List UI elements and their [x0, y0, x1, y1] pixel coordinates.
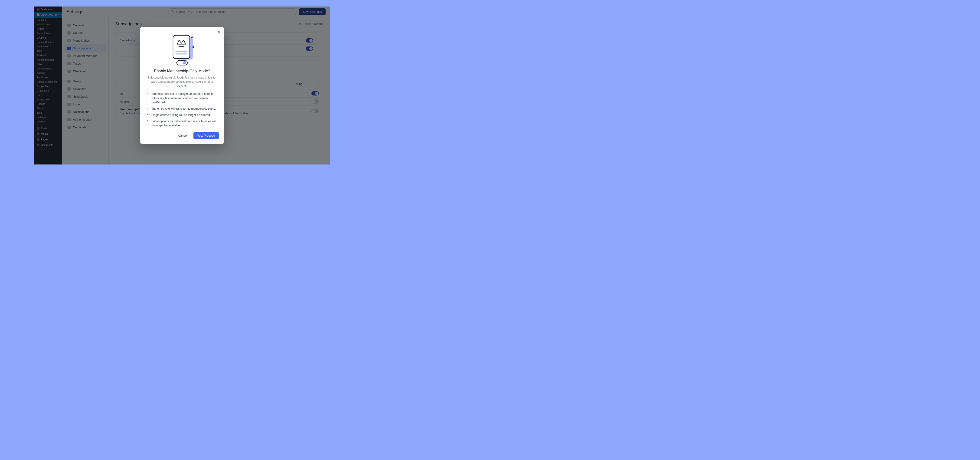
svg-point-10 [183, 61, 186, 64]
check-icon: ✓ [146, 92, 149, 95]
modal-list-text: Subscriptions for individual courses or … [151, 119, 218, 128]
modal-cancel-button[interactable]: Cancel [174, 132, 191, 139]
cross-icon: ✕ [146, 119, 149, 123]
modal-actions: Cancel Yes, Proceed [145, 132, 219, 139]
cross-icon: ✕ [146, 113, 149, 116]
modal-list-item: ✕Single course pricing will no longer be… [146, 113, 218, 117]
modal-list-text: The entire site will transition to membe… [151, 107, 216, 111]
svg-rect-3 [173, 35, 190, 59]
modal-confirm-button[interactable]: Yes, Proceed [193, 132, 219, 139]
modal-list-item: ✓The entire site will transition to memb… [146, 107, 218, 111]
modal-title: Enable Membership-Only Mode? [145, 69, 219, 73]
modal-illustration [145, 33, 219, 65]
modal-subtitle: Selecting Membership Mode lets you creat… [147, 75, 217, 89]
membership-modal: ✕ Enable Membership-Only Mode? Selecting… [140, 27, 224, 144]
modal-list: ✓Students enrolled in a single course or… [145, 92, 219, 128]
modal-list-text: Single course pricing will no longer be … [151, 113, 211, 117]
modal-list-item: ✕Subscriptions for individual courses or… [146, 119, 218, 128]
modal-list-text: Students enrolled in a single course or … [151, 92, 218, 105]
svg-point-8 [193, 46, 194, 48]
check-icon: ✓ [146, 107, 149, 110]
modal-close-button[interactable]: ✕ [216, 30, 221, 35]
svg-point-7 [192, 37, 193, 38]
modal-list-item: ✓Students enrolled in a single course or… [146, 92, 218, 105]
